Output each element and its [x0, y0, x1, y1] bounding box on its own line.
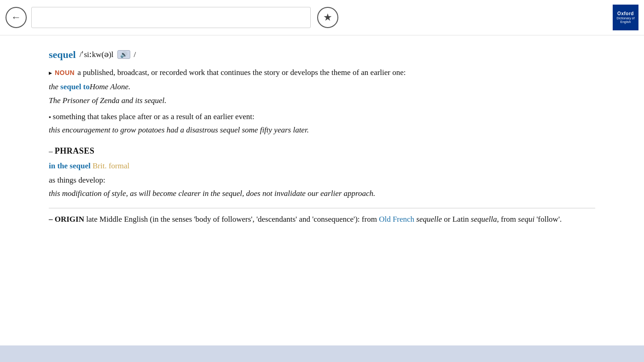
audio-button[interactable]: 🔊 [117, 50, 130, 59]
arrow-icon: ▸ [49, 68, 52, 78]
phrase-line-1: in the sequel Brit. formal [49, 160, 595, 172]
definition-2: something that takes place after or as a… [53, 112, 255, 121]
phrase-def-1: as things develop: this modification of … [49, 174, 595, 200]
content-area: sequel /ˈsiːkw(ə)l 🔊 / ▸ NOUN a publishe… [0, 35, 644, 244]
origin-text-5: 'follow'. [534, 215, 562, 224]
bullet-icon: ▪ [49, 114, 51, 121]
phrases-label: PHRASES [55, 146, 95, 155]
example-1-prefix: the [49, 82, 58, 91]
phrase-example-1: this modification of style, as will beco… [49, 187, 595, 200]
origin-italic-1: sequelle [416, 215, 442, 224]
logo-sub2: English [621, 20, 631, 24]
example-1: the sequel toHome Alone. [49, 80, 595, 93]
word-title-line: sequel /ˈsiːkw(ə)l 🔊 / [49, 46, 595, 63]
part-of-speech: NOUN [55, 68, 75, 78]
search-input[interactable] [31, 7, 311, 28]
phrase-label-1: Brit. formal [93, 161, 129, 170]
star-button[interactable]: ★ [317, 7, 338, 28]
origin-link-1[interactable]: Old French [379, 215, 414, 224]
example-1-suffix: Home Alone. [90, 82, 130, 91]
origin-label: ORIGIN [55, 215, 84, 224]
origin-text-4: , from [497, 215, 518, 224]
example-2: The Prisoner of Zenda and its sequel. [49, 94, 595, 107]
phrase-headword-1: in the sequel [49, 161, 91, 170]
origin-text-3: or Latin [442, 215, 471, 224]
pronunciation: /ˈsiːkw(ə)l [80, 48, 114, 61]
back-button[interactable]: ← [6, 7, 27, 28]
origin-dash: – [49, 215, 53, 224]
origin-italic-3: sequi [518, 215, 534, 224]
example-1-link[interactable]: sequel to [60, 82, 90, 91]
main-definition-block: ▸ NOUN a published, broadcast, or record… [49, 66, 595, 136]
footer-bar [0, 345, 644, 362]
pronunciation-end: / [134, 48, 136, 61]
back-icon: ← [11, 11, 21, 23]
oxford-logo: Oxford Dictionary of English [613, 5, 638, 30]
header: ← ★ Oxford Dictionary of English [0, 0, 644, 35]
logo-title: Oxford [617, 11, 634, 17]
phrases-header: – PHRASES [49, 144, 595, 158]
star-icon: ★ [323, 11, 332, 23]
logo-sub1: Dictionary of [617, 17, 635, 20]
bullet-definition: ▪something that takes place after or as … [49, 110, 595, 136]
origin-section: – ORIGIN late Middle English (in the sen… [49, 208, 595, 225]
origin-text-1: late Middle English (in the senses 'body… [84, 215, 379, 224]
definition-1: a published, broadcast, or recorded work… [77, 66, 406, 79]
origin-italic-2: sequella [471, 215, 497, 224]
audio-icon: 🔊 [120, 51, 128, 58]
example-3: this encouragement to grow potatoes had … [49, 124, 595, 136]
phrases-dash: – [49, 147, 53, 155]
phrase-def-text-1: as things develop: [49, 176, 105, 184]
pos-line: ▸ NOUN a published, broadcast, or record… [49, 66, 595, 79]
headword: sequel [49, 46, 76, 63]
